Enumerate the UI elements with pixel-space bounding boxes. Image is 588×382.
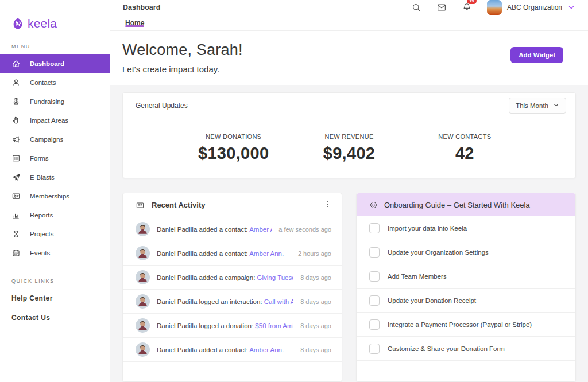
activity-list: Daniel Padilla added a contact: Amber An… (123, 217, 342, 362)
sidebar-item-reports[interactable]: Reports (0, 205, 110, 224)
form-icon (11, 154, 21, 163)
activity-text: Daniel Padilla logged an interaction: Ca… (157, 298, 293, 305)
task-checkbox[interactable] (369, 223, 380, 233)
welcome-heading: Welcome, Sarah! (122, 41, 243, 59)
task-label: Integrate a Payment Processor (Paypal or… (388, 321, 532, 328)
sidebar-item-label: Events (30, 250, 50, 256)
sidebar-item-campaigns[interactable]: Campaigns (0, 130, 110, 149)
stat-value: 42 (407, 144, 523, 163)
activity-text: Daniel Padilla added a contact: Amber An… (157, 250, 291, 257)
organization-menu[interactable]: ABC Organization (487, 0, 575, 15)
home-icon (11, 59, 21, 68)
person-icon (11, 78, 21, 87)
onboarding-title: Onboarding Guide – Get Started With Keel… (384, 201, 530, 209)
activity-link[interactable]: Amber Ann. (249, 250, 284, 257)
stat-new-contacts: NEW CONTACTS 42 (407, 133, 523, 163)
sidebar-item-help-center[interactable]: Help Center (0, 289, 110, 308)
tab-bar: Home (110, 15, 588, 31)
megaphone-icon (11, 135, 21, 144)
bottom-row: Recent Activity Daniel Padilla added a c… (122, 193, 576, 382)
task-checkbox[interactable] (369, 271, 380, 282)
task-checkbox[interactable] (369, 295, 380, 306)
topbar-actions: 19 ABC Organization (411, 0, 575, 15)
onboarding-list: Import your data into Keela Update your … (357, 216, 575, 361)
activity-timestamp: 2 hours ago (298, 250, 331, 257)
welcome-subheading: Let's create impact today. (122, 64, 243, 74)
sidebar-item-projects[interactable]: Projects (0, 224, 110, 243)
quick-links-section-label: QUICK LINKS (0, 262, 110, 289)
onboarding-item: Integrate a Payment Processor (Paypal or… (357, 313, 575, 337)
sidebar-item-contacts[interactable]: Contacts (0, 73, 110, 92)
sidebar-item-events[interactable]: Events (0, 243, 110, 262)
add-widget-button[interactable]: Add Widget (510, 47, 563, 63)
stat-label: NEW REVENUE (291, 133, 407, 140)
more-options-button[interactable] (321, 198, 334, 213)
search-icon[interactable] (411, 2, 421, 13)
task-checkbox[interactable] (369, 344, 380, 354)
onboarding-item: Customize & Share your Donation Form (357, 337, 575, 361)
sidebar: keela MENU Dashboard Contacts Fundraisin… (0, 0, 110, 382)
menu-section-label: MENU (0, 32, 110, 54)
task-label: Update your Donation Receipt (388, 297, 476, 304)
sidebar-item-impact-areas[interactable]: Impact Areas (0, 111, 110, 130)
task-label: Import your data into Keela (388, 225, 467, 232)
activity-timestamp: a few seconds ago (278, 226, 331, 233)
sidebar-item-label: E-Blasts (30, 174, 55, 181)
period-selector[interactable]: This Month (509, 98, 566, 114)
app-window: keela MENU Dashboard Contacts Fundraisin… (0, 0, 588, 382)
task-checkbox[interactable] (369, 247, 380, 258)
activity-link[interactable]: Amber Ann. (249, 346, 284, 353)
activity-row: Daniel Padilla added a contact: Amber An… (123, 338, 342, 362)
user-photo-icon (136, 342, 150, 357)
hand-icon (11, 116, 21, 125)
activity-text: Daniel Padilla added a contact: Amber An… (157, 346, 293, 353)
stat-label: NEW DONATIONS (176, 133, 291, 140)
tab-home[interactable]: Home (125, 15, 144, 30)
activity-row: Daniel Padilla added a contact: Amber An… (123, 241, 342, 266)
organization-name: ABC Organization (507, 3, 562, 11)
sidebar-item-fundraising[interactable]: Fundraising (0, 92, 110, 111)
stat-label: NEW CONTACTS (407, 133, 523, 140)
activity-text: Daniel Padilla added a campaign: Giving … (157, 274, 293, 281)
mail-icon[interactable] (436, 2, 447, 13)
stat-value: $130,000 (176, 144, 291, 163)
sidebar-item-label: Impact Areas (30, 117, 68, 124)
recent-activity-title: Recent Activity (152, 201, 205, 209)
task-checkbox[interactable] (369, 319, 380, 330)
onboarding-guide-card: Onboarding Guide – Get Started With Keel… (356, 193, 576, 382)
activity-link[interactable]: $50 from Amber Ann. (255, 322, 293, 329)
activity-text: Daniel Padilla added a contact: Amber An… (157, 226, 272, 233)
paper-plane-icon (11, 173, 21, 182)
sidebar-item-e-blasts[interactable]: E-Blasts (0, 167, 110, 186)
period-selector-value: This Month (516, 102, 548, 109)
activity-row: Daniel Padilla added a contact: Amber An… (123, 217, 342, 241)
activity-link[interactable]: Giving Tuesday. (257, 274, 294, 281)
activity-link[interactable]: Amber Ann. (249, 226, 272, 233)
notifications-button[interactable]: 19 (462, 1, 472, 14)
recent-activity-card: Recent Activity Daniel Padilla added a c… (122, 193, 342, 382)
content-area: General Updates This Month NEW DONATIONS… (110, 85, 588, 382)
brand-logo[interactable]: keela (0, 0, 110, 32)
sidebar-item-contact-us[interactable]: Contact Us (0, 308, 110, 328)
sidebar-item-memberships[interactable]: Memberships (0, 186, 110, 205)
general-updates-stats: NEW DONATIONS $130,000 NEW REVENUE $9,40… (123, 118, 575, 178)
activity-link[interactable]: Call with Amber. (264, 298, 293, 305)
task-label: Update your Organization Settings (388, 249, 489, 256)
stat-new-donations: NEW DONATIONS $130,000 (176, 133, 291, 163)
sidebar-item-label: Reports (30, 212, 53, 219)
sidebar-item-label: Contacts (30, 79, 56, 86)
keela-logo-icon (11, 17, 24, 30)
activity-feed-icon (136, 201, 145, 210)
chevron-down-icon (553, 102, 559, 108)
activity-timestamp: 8 days ago (300, 322, 331, 329)
avatar (136, 270, 150, 284)
general-updates-header: General Updates This Month (123, 93, 575, 118)
sidebar-item-forms[interactable]: Forms (0, 149, 110, 167)
stat-value: $9,402 (291, 144, 407, 163)
sidebar-item-dashboard[interactable]: Dashboard (0, 54, 110, 73)
user-photo-icon (136, 270, 150, 284)
avatar (136, 246, 150, 260)
id-card-icon (11, 192, 21, 201)
activity-timestamp: 8 days ago (300, 346, 331, 353)
sidebar-item-label: Forms (30, 155, 49, 162)
